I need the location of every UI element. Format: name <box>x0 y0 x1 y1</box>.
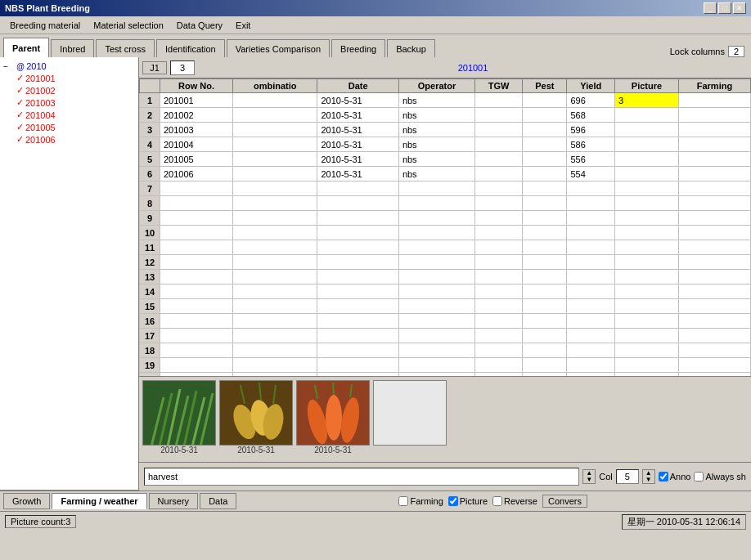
cell-picture[interactable] <box>615 181 679 196</box>
cell-combo[interactable] <box>233 211 317 226</box>
cell-tgw[interactable] <box>475 211 523 226</box>
cell-farming[interactable] <box>678 108 750 123</box>
table-row[interactable]: 9 <box>140 211 751 226</box>
cell-operator[interactable] <box>398 329 474 343</box>
tree-item-201004[interactable]: ✓ 201004 <box>16 109 135 121</box>
cell-tgw[interactable] <box>475 270 523 284</box>
cell-tgw[interactable] <box>475 152 523 167</box>
tab-parent[interactable]: Parent <box>3 38 49 57</box>
col-number-input[interactable] <box>616 469 639 484</box>
cell-rownum[interactable]: 15 <box>140 299 160 314</box>
cell-yield[interactable] <box>567 226 615 240</box>
cell-picture[interactable] <box>615 211 679 226</box>
cell-combo[interactable] <box>233 284 317 299</box>
tab-breeding[interactable]: Breeding <box>331 39 385 57</box>
cell-yield[interactable] <box>567 211 615 226</box>
cell-rowno[interactable] <box>160 181 233 196</box>
cell-combo[interactable] <box>233 299 317 314</box>
menu-breeding-material[interactable]: Breeding material <box>3 19 87 32</box>
cell-combo[interactable] <box>233 123 317 137</box>
table-row[interactable]: 10 <box>140 226 751 240</box>
cell-date[interactable] <box>317 196 398 211</box>
tree-label-201006[interactable]: 201006 <box>25 135 56 145</box>
table-row[interactable]: 52010052010-5-31nbs556 <box>140 152 751 167</box>
cell-pest[interactable] <box>523 93 567 108</box>
reverse-checkbox-group[interactable]: Reverse <box>492 496 537 506</box>
cell-farming[interactable] <box>678 226 750 240</box>
cell-rowno[interactable]: 201004 <box>160 137 233 152</box>
cell-rownum[interactable]: 16 <box>140 314 160 329</box>
cell-rownum[interactable]: 14 <box>140 284 160 299</box>
cell-yield[interactable] <box>567 284 615 299</box>
cell-pest[interactable] <box>523 240 567 255</box>
cell-pest[interactable] <box>523 358 567 373</box>
cell-combo[interactable] <box>233 255 317 270</box>
cell-rowno[interactable] <box>160 299 233 314</box>
cell-combo[interactable] <box>233 137 317 152</box>
cell-operator[interactable] <box>398 343 474 358</box>
cell-combo[interactable] <box>233 108 317 123</box>
window-controls[interactable]: _ □ ✕ <box>704 2 746 14</box>
cell-rownum[interactable]: 11 <box>140 240 160 255</box>
cell-operator[interactable]: nbs <box>398 108 474 123</box>
cell-rowno[interactable]: 201006 <box>160 167 233 181</box>
col-header-rowno[interactable]: Row No. <box>160 79 233 93</box>
farming-checkbox-group[interactable]: Farming <box>398 496 443 506</box>
cell-pest[interactable] <box>523 137 567 152</box>
cell-picture[interactable] <box>615 358 679 373</box>
cell-combo[interactable] <box>233 196 317 211</box>
cell-rownum[interactable]: 10 <box>140 226 160 240</box>
cell-operator[interactable] <box>398 211 474 226</box>
cell-rownum[interactable]: 9 <box>140 211 160 226</box>
cell-tgw[interactable] <box>475 181 523 196</box>
cell-tgw[interactable] <box>475 299 523 314</box>
cell-rowno[interactable] <box>160 211 233 226</box>
harvest-image[interactable] <box>219 380 293 446</box>
cell-farming[interactable] <box>678 358 750 373</box>
cell-date[interactable] <box>317 314 398 329</box>
cell-farming[interactable] <box>678 137 750 152</box>
cell-picture[interactable]: 3 <box>615 93 679 108</box>
cell-rownum[interactable]: 5 <box>140 152 160 167</box>
cell-rownum[interactable]: 18 <box>140 343 160 358</box>
cell-operator[interactable]: nbs <box>398 152 474 167</box>
cell-rownum[interactable]: 7 <box>140 181 160 196</box>
reverse-checkbox[interactable] <box>492 496 502 506</box>
table-row[interactable]: 11 <box>140 240 751 255</box>
cell-rownum[interactable]: 12 <box>140 255 160 270</box>
cell-farming[interactable] <box>678 152 750 167</box>
cell-yield[interactable] <box>567 196 615 211</box>
cell-yield[interactable] <box>567 181 615 196</box>
cell-combo[interactable] <box>233 343 317 358</box>
cell-yield[interactable] <box>567 314 615 329</box>
cell-combo[interactable] <box>233 226 317 240</box>
cell-pest[interactable] <box>523 108 567 123</box>
cell-pest[interactable] <box>523 270 567 284</box>
bottom-tab-data[interactable]: Data <box>200 493 236 509</box>
cell-operator[interactable] <box>398 255 474 270</box>
cell-yield[interactable] <box>567 255 615 270</box>
cell-operator[interactable] <box>398 314 474 329</box>
cell-tgw[interactable] <box>475 108 523 123</box>
cell-tgw[interactable] <box>475 358 523 373</box>
tab-varieties-comparison[interactable]: Varieties Comparison <box>227 39 330 57</box>
bottom-tab-nursery[interactable]: Nursery <box>149 493 199 509</box>
table-row[interactable]: 7 <box>140 181 751 196</box>
cell-yield[interactable]: 586 <box>567 137 615 152</box>
cell-picture[interactable] <box>615 167 679 181</box>
col-header-pest[interactable]: Pest <box>523 79 567 93</box>
cell-combo[interactable] <box>233 329 317 343</box>
cell-yield[interactable]: 554 <box>567 167 615 181</box>
cell-date[interactable]: 2010-5-31 <box>317 93 398 108</box>
cell-tgw[interactable] <box>475 284 523 299</box>
cell-combo[interactable] <box>233 358 317 373</box>
tree-item-201001[interactable]: ✓ 201001 <box>16 72 135 84</box>
table-row[interactable]: 12010012010-5-31nbs6963 <box>140 93 751 108</box>
cell-rownum[interactable]: 13 <box>140 270 160 284</box>
tree-label-201005[interactable]: 201005 <box>25 123 56 132</box>
cell-operator[interactable] <box>398 270 474 284</box>
cell-picture[interactable] <box>615 343 679 358</box>
cell-date[interactable]: 2010-5-31 <box>317 137 398 152</box>
cell-date[interactable] <box>317 255 398 270</box>
menu-data-query[interactable]: Data Query <box>170 19 229 32</box>
